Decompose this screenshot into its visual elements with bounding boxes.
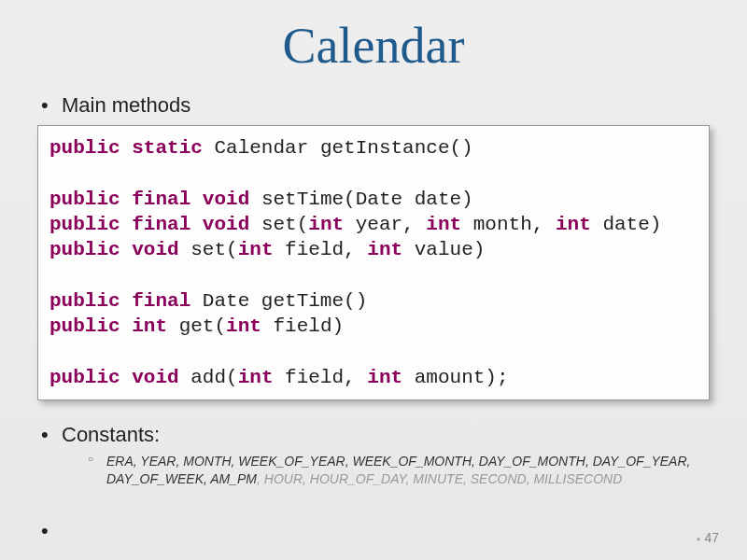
code-block: public static Calendar getInstance() pub… <box>37 125 710 400</box>
bullet-constants: Constants: ERA, YEAR, MONTH, WEEK_OF_YEA… <box>41 423 717 488</box>
bullet-main-methods: Main methods <box>41 93 717 118</box>
empty-bullet: • <box>41 519 49 543</box>
slide-number: 47 <box>697 530 719 545</box>
constants-list: ERA, YEAR, MONTH, WEEK_OF_YEAR, WEEK_OF_… <box>88 453 717 488</box>
slide-title: Calendar <box>30 17 717 75</box>
